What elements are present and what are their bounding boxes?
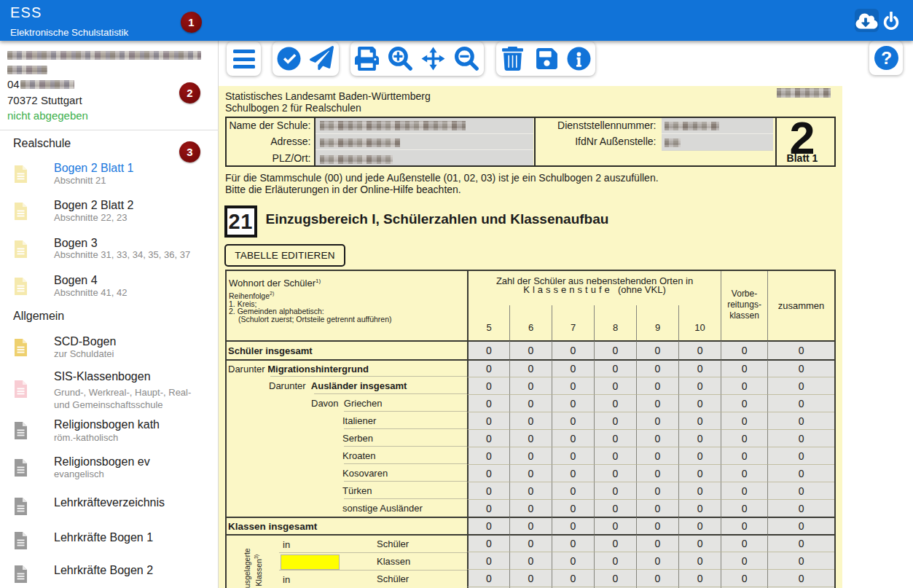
svg-text:?: ? — [880, 48, 891, 68]
